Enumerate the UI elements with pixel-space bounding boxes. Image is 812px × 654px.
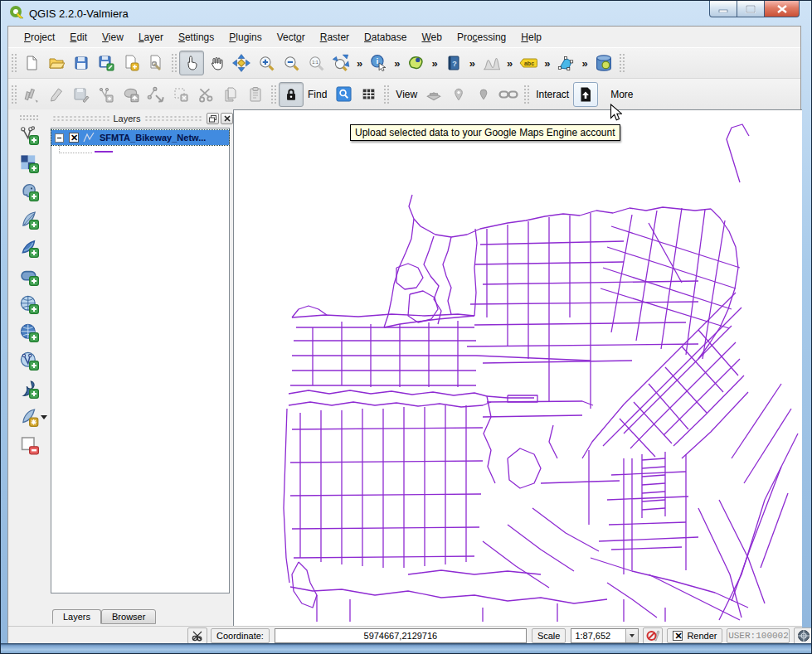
- touch-zoom-pan-button[interactable]: [179, 51, 204, 75]
- menu-edit[interactable]: Edit: [62, 28, 95, 46]
- save-edits-button[interactable]: [69, 82, 94, 107]
- toolbar-handle[interactable]: [11, 85, 17, 104]
- layer-row-sfmta-bikeway[interactable]: ✕ SFMTA_Bikeway_Netw...: [51, 130, 229, 145]
- save-project-button[interactable]: [69, 51, 94, 75]
- gme-wms-overlay-button[interactable]: [421, 82, 446, 107]
- menu-help[interactable]: Help: [513, 28, 549, 46]
- menu-layer[interactable]: Layer: [131, 28, 171, 46]
- open-project-button[interactable]: [44, 51, 69, 75]
- panel-drag-texture[interactable]: [52, 115, 109, 122]
- zoom-native-button[interactable]: 1:1: [304, 51, 328, 75]
- composer-manager-button[interactable]: [143, 51, 168, 75]
- layer-expander[interactable]: [55, 133, 64, 143]
- new-spatialite-layer-button[interactable]: [17, 405, 41, 429]
- help-contents-button[interactable]: ?: [441, 51, 466, 75]
- toolbar-handle[interactable]: [171, 53, 177, 73]
- gme-link-button[interactable]: [496, 82, 521, 107]
- menu-raster[interactable]: Raster: [313, 28, 357, 46]
- panel-float-button[interactable]: [207, 113, 219, 124]
- add-delimited-text-layer-button[interactable]: [17, 376, 41, 401]
- scale-combo[interactable]: 1:87,652: [571, 628, 639, 643]
- add-feature-button[interactable]: [94, 82, 119, 107]
- toolbar-handle[interactable]: [619, 53, 625, 73]
- toolbar-overflow-chevron[interactable]: »: [503, 57, 516, 70]
- toolbar-handle[interactable]: [383, 85, 389, 104]
- render-checkbox[interactable]: ✕: [673, 631, 683, 641]
- toggle-editing-button[interactable]: [44, 82, 69, 107]
- tab-layers[interactable]: Layers: [52, 609, 101, 624]
- add-wms-layer-button[interactable]: [17, 292, 41, 317]
- new-project-button[interactable]: [19, 51, 44, 75]
- extents-toggle-button[interactable]: [187, 627, 207, 644]
- add-wcs-layer-button[interactable]: [17, 320, 41, 345]
- close-button[interactable]: [765, 1, 800, 17]
- toolbar-overflow-chevron[interactable]: »: [541, 57, 553, 70]
- scale-dropdown-button[interactable]: [625, 629, 638, 642]
- maximize-button[interactable]: [737, 1, 765, 17]
- layers-panel-header[interactable]: Layers: [49, 111, 233, 126]
- menu-web[interactable]: Web: [414, 28, 449, 46]
- add-oracle-layer-button[interactable]: [17, 264, 41, 288]
- menu-vector[interactable]: Vector: [270, 28, 313, 46]
- menu-processing[interactable]: Processing: [450, 28, 513, 46]
- add-mssql-layer-button[interactable]: [17, 235, 41, 260]
- menu-database[interactable]: Database: [357, 28, 414, 46]
- render-checkbox-group[interactable]: ✕ Render: [667, 628, 722, 643]
- menu-plugins[interactable]: Plugins: [221, 28, 269, 46]
- gme-add-pin-button[interactable]: [471, 82, 496, 107]
- panel-close-button[interactable]: [221, 113, 233, 124]
- remove-layer-button[interactable]: [17, 433, 41, 458]
- layer-visibility-checkbox[interactable]: ✕: [69, 133, 79, 143]
- gme-lock-button[interactable]: [279, 82, 304, 107]
- toolbar-handle[interactable]: [11, 53, 17, 73]
- toolbar-overflow-chevron[interactable]: »: [391, 57, 403, 70]
- crs-status-button[interactable]: [794, 627, 812, 644]
- copy-features-button[interactable]: [218, 82, 243, 107]
- node-tool-button[interactable]: [143, 82, 168, 107]
- toolbar-handle[interactable]: [270, 85, 276, 104]
- add-raster-layer-button[interactable]: [17, 151, 41, 176]
- toolbar-overflow-chevron[interactable]: »: [466, 57, 479, 70]
- minimize-button[interactable]: [709, 1, 737, 17]
- gme-upload-button[interactable]: [573, 82, 598, 107]
- add-postgis-layer-button[interactable]: [17, 179, 41, 204]
- labeling-button[interactable]: abc: [516, 51, 541, 75]
- map-canvas[interactable]: Upload selected data to your Google Maps…: [233, 109, 802, 626]
- delete-selected-button[interactable]: [168, 82, 193, 107]
- toolbar-overflow-chevron[interactable]: »: [578, 57, 591, 70]
- stop-rendering-button[interactable]: [643, 627, 663, 644]
- cut-features-button[interactable]: [193, 82, 218, 107]
- menu-project[interactable]: Project: [17, 28, 62, 46]
- identify-features-button[interactable]: i: [366, 51, 391, 75]
- save-project-as-button[interactable]: [94, 51, 119, 75]
- raster-histogram-button[interactable]: [479, 51, 503, 75]
- layers-tree[interactable]: ✕ SFMTA_Bikeway_Netw...: [51, 128, 230, 593]
- menu-view[interactable]: View: [95, 28, 131, 46]
- db-manager-button[interactable]: [591, 51, 616, 75]
- toolbar-handle[interactable]: [523, 85, 529, 104]
- layer-legend-swatch[interactable]: [95, 151, 113, 153]
- select-features-button[interactable]: [403, 51, 428, 75]
- paste-features-button[interactable]: [243, 82, 268, 107]
- coordinate-input[interactable]: [275, 628, 527, 643]
- zoom-out-button[interactable]: [279, 51, 304, 75]
- current-edits-button[interactable]: [19, 82, 44, 107]
- zoom-in-button[interactable]: [254, 51, 279, 75]
- add-vector-layer-button[interactable]: [17, 123, 41, 148]
- new-composer-button[interactable]: [119, 51, 143, 75]
- zoom-full-button[interactable]: [328, 51, 353, 75]
- add-spatialite-layer-button[interactable]: [17, 207, 41, 232]
- menu-settings[interactable]: Settings: [171, 28, 221, 46]
- toolbar-overflow-chevron[interactable]: »: [353, 57, 366, 70]
- move-feature-button[interactable]: [119, 82, 143, 107]
- add-wfs-layer-button[interactable]: [17, 348, 41, 373]
- toolbar-handle[interactable]: [19, 114, 39, 120]
- tab-browser[interactable]: Browser: [101, 609, 156, 624]
- pan-map-button[interactable]: [204, 51, 229, 75]
- titlebar[interactable]: QGIS 2.2.0-Valmiera: [1, 1, 811, 26]
- panel-drag-texture[interactable]: [144, 115, 202, 122]
- pan-to-selection-button[interactable]: [229, 51, 254, 75]
- gme-grid-button[interactable]: [356, 82, 381, 107]
- gme-search-button[interactable]: [331, 82, 356, 107]
- dropdown-arrow-icon[interactable]: [41, 415, 47, 419]
